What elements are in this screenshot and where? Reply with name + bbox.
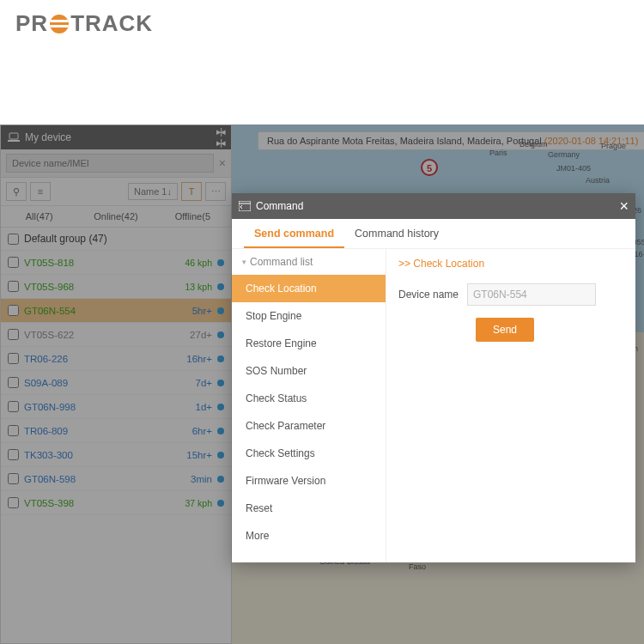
command-modal: Command × Send command Command history C…	[232, 193, 635, 562]
command-item[interactable]: Firmware Version	[232, 467, 386, 495]
logo-globe-icon	[50, 15, 69, 33]
command-pane: >> Check Location Device name Send	[386, 249, 635, 562]
tab-send-command[interactable]: Send command	[244, 219, 344, 248]
command-list-header[interactable]: Command list	[232, 249, 386, 275]
close-icon[interactable]: ×	[619, 197, 629, 216]
command-item[interactable]: SOS Number	[232, 357, 386, 385]
command-item[interactable]: Stop Engine	[232, 302, 386, 330]
command-item[interactable]: Check Settings	[232, 440, 386, 467]
modal-titlebar: Command ×	[232, 193, 635, 219]
device-name-input[interactable]	[467, 283, 596, 306]
brand-logo: PR TRACK	[15, 10, 153, 37]
modal-tabs: Send command Command history	[232, 219, 635, 249]
command-item[interactable]: Check Status	[232, 385, 386, 412]
device-name-label: Device name	[398, 289, 459, 301]
tab-command-history[interactable]: Command history	[344, 219, 449, 248]
device-name-row: Device name	[398, 283, 623, 306]
send-button[interactable]: Send	[476, 318, 534, 342]
command-item[interactable]: Check Parameter	[232, 412, 386, 440]
command-icon	[239, 201, 251, 211]
command-item[interactable]: Restore Engine	[232, 330, 386, 357]
command-item[interactable]: More	[232, 522, 386, 550]
modal-title: Command	[256, 200, 303, 212]
command-list: Command list Check LocationStop EngineRe…	[232, 249, 386, 562]
command-item[interactable]: Check Location	[232, 275, 386, 302]
command-item[interactable]: Reset	[232, 495, 386, 522]
logo-text-left: PR	[15, 10, 48, 37]
command-breadcrumb: >> Check Location	[398, 258, 623, 270]
svg-rect-2	[239, 201, 251, 211]
logo-text-right: TRACK	[70, 10, 153, 37]
